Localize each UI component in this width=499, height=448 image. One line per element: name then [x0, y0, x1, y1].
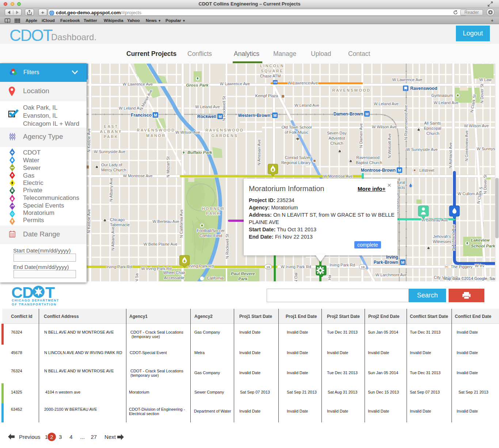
svg-text:Paul Revere: Paul Revere — [231, 272, 255, 276]
svg-text:W Sunnysi: W Sunnysi — [477, 147, 496, 151]
svg-text:GARDENS: GARDENS — [212, 133, 238, 138]
svg-text:N Ashland Ave: N Ashland Ave — [451, 224, 456, 250]
svg-text:M: M — [218, 114, 222, 119]
svg-text:N Wolcott Ave: N Wolcott Ave — [387, 133, 392, 159]
svg-text:N Dover St: N Dover St — [480, 84, 484, 103]
svg-text:Tabernacle: Tabernacle — [110, 223, 130, 227]
svg-text:ATM: ATM — [273, 81, 277, 83]
svg-text:The Piggery: The Piggery — [451, 265, 473, 269]
svg-text:N Albany Ave: N Albany Ave — [111, 227, 115, 250]
svg-text:Church: Church — [426, 131, 439, 136]
svg-text:W Wilson Ave: W Wilson Ave — [175, 130, 200, 134]
svg-text:N Ashland Ave: N Ashland Ave — [448, 142, 453, 168]
svg-text:Western-Brown: Western-Brown — [238, 113, 270, 118]
svg-text:Rockwell: Rockwell — [197, 114, 216, 119]
svg-text:W Berteau Ave: W Berteau Ave — [152, 219, 179, 224]
svg-text:Irving Park Rd: Irving Park Rd — [188, 264, 214, 268]
svg-text:N Oal: N Oal — [294, 273, 298, 281]
svg-text:LINCOLN: LINCOLN — [260, 64, 284, 68]
svg-text:Combo Field: Combo Field — [199, 234, 222, 238]
svg-text:W Lawrence Ave: W Lawrence Ave — [123, 82, 153, 86]
svg-text:M: M — [398, 168, 401, 172]
svg-text:W Leland Ave: W Leland Ave — [374, 102, 399, 106]
svg-text:Francisco: Francisco — [131, 113, 152, 118]
svg-text:19: 19 — [361, 265, 365, 269]
svg-text:M: M — [365, 112, 369, 116]
svg-text:W Lawrence Ave: W Lawrence Ave — [288, 81, 318, 85]
svg-text:Jehovah's: Jehovah's — [433, 234, 451, 239]
svg-text:N Greenview Ave: N Greenview Ave — [464, 130, 469, 162]
svg-text:of Folk Music: of Folk Music — [285, 130, 309, 134]
svg-text:Irving: Irving — [386, 255, 398, 260]
svg-text:EAST: EAST — [104, 124, 118, 129]
svg-text:School Park: School Park — [471, 244, 495, 248]
svg-text:W Berteau Ave: W Berteau Ave — [421, 218, 448, 222]
svg-text:Irving Park Rd: Irving Park Rd — [106, 265, 132, 269]
svg-text:Wheel Chair: Wheel Chair — [163, 270, 186, 275]
svg-text:Ravenswood: Ravenswood — [410, 86, 437, 91]
svg-text:N Mozart St: N Mozart St — [166, 156, 170, 178]
svg-text:RAVENSWOOD: RAVENSWOOD — [332, 88, 370, 92]
svg-text:Mercy Church: Mercy Church — [101, 168, 126, 172]
svg-text:PARK: PARK — [104, 134, 118, 139]
svg-text:W Sunnyside Ave: W Sunnyside Ave — [406, 147, 438, 152]
svg-text:ALBANY: ALBANY — [100, 129, 122, 134]
svg-text:RAVENSWOOD: RAVENSWOOD — [205, 128, 244, 132]
svg-text:W Law: W Law — [479, 77, 492, 82]
svg-text:M: M — [401, 260, 404, 265]
svg-text:N Ravenswood Ave: N Ravenswood Ave — [404, 105, 408, 140]
svg-text:N Albany Ave: N Albany Ave — [109, 178, 113, 201]
svg-text:N Sa: N Sa — [134, 273, 139, 281]
svg-text:W Sunnyside Ave: W Sunnyside Ave — [94, 149, 125, 154]
svg-text:M: M — [154, 113, 157, 117]
svg-text:Ravenswood: Ravenswood — [356, 155, 380, 160]
svg-text:W Wilson Ave: W Wilson Ave — [464, 124, 489, 128]
svg-text:HORNER: HORNER — [202, 206, 225, 211]
svg-text:Our Lady of: Our Lady of — [101, 163, 122, 167]
svg-text:W Leland Ave: W Leland Ave — [195, 105, 220, 109]
svg-text:PARK: PARK — [206, 211, 221, 216]
svg-text:N Kedzie Ave: N Kedzie Ave — [87, 128, 91, 152]
svg-text:N California Ave: N California Ave — [179, 209, 183, 238]
svg-text:Irving Park Rd: Irving Park Rd — [330, 263, 355, 267]
svg-text:N Damen Ave: N Damen Ave — [359, 123, 363, 148]
svg-text:Gross Park: Gross Park — [186, 83, 209, 87]
svg-text:N Artesian Ave: N Artesian Ave — [257, 139, 261, 166]
svg-text:SQUARE: SQUARE — [261, 69, 283, 73]
svg-text:N Kedzie Ave: N Kedzie Ave — [87, 209, 91, 233]
svg-text:W Belle Plaine Ave: W Belle Plaine Ave — [144, 242, 178, 246]
svg-text:Lillstreet: Lillstreet — [419, 168, 434, 172]
svg-text:Buffalo Park: Buffalo Park — [187, 150, 212, 155]
svg-text:W Irving Park Rd: W Irving Park Rd — [281, 265, 311, 269]
svg-text:Montrose-Brown: Montrose-Brown — [361, 168, 396, 173]
svg-text:Gymnasium: Gymnasium — [431, 93, 453, 98]
svg-text:W Leland Ave: W Leland Ave — [294, 103, 319, 107]
svg-text:19: 19 — [266, 265, 270, 269]
svg-text:Damen-Brown: Damen-Brown — [334, 111, 363, 117]
svg-text:Map data ©2014 Google, Sanl: Map data ©2014 Google, Sanl — [443, 276, 498, 281]
svg-text:W Leland Ave: W Leland Ave — [434, 100, 458, 105]
svg-text:Adventist: Adventist — [328, 136, 345, 140]
svg-text:Chicago: Chicago — [110, 217, 125, 222]
svg-text:Episcopal: Episcopal — [424, 126, 441, 130]
svg-text:Kempf Plaza: Kempf Plaza — [255, 94, 278, 98]
svg-text:California: California — [207, 276, 224, 280]
svg-text:MANOR: MANOR — [146, 133, 166, 138]
svg-text:Accessable: Accessable — [164, 276, 184, 280]
svg-text:RAVENSWOOD: RAVENSWOOD — [137, 128, 175, 132]
svg-text:Lakeview: Lakeview — [471, 238, 490, 242]
svg-text:Witnesses: Witnesses — [433, 239, 452, 244]
svg-text:Park-Brown: Park-Brown — [374, 260, 398, 265]
svg-text:Conrad Sulzer: Conrad Sulzer — [285, 155, 311, 160]
svg-text:W Lawrence Ave: W Lawrence Ave — [220, 81, 250, 86]
svg-text:W Montrose Ave: W Montrose Ave — [323, 174, 353, 178]
svg-text:Park: Park — [239, 277, 248, 281]
svg-text:Regional Library: Regional Library — [281, 160, 311, 165]
svg-text:M: M — [273, 113, 277, 118]
svg-text:Baptist Church: Baptist Church — [356, 160, 382, 165]
svg-text:Seven Day: Seven Day — [327, 131, 347, 135]
svg-text:Chase ATM: Chase ATM — [260, 74, 281, 78]
svg-text:W Irv: W Irv — [475, 263, 484, 268]
svg-text:Old Town School: Old Town School — [282, 125, 312, 129]
svg-text:Football/Soccer: Football/Soccer — [197, 228, 225, 233]
